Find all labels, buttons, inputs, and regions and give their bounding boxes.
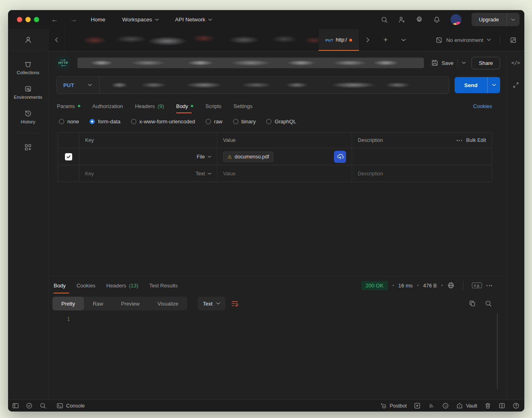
environment-quick-look-button[interactable]	[505, 29, 521, 51]
active-request-tab[interactable]: PUT http:/	[319, 29, 359, 51]
copy-icon[interactable]	[469, 300, 476, 307]
value-cell-new[interactable]: Value	[217, 165, 352, 182]
tab-scripts[interactable]: Scripts	[205, 98, 221, 114]
sidebar-item-collections[interactable]: Collections	[17, 60, 39, 75]
runner-button[interactable]	[414, 402, 421, 409]
row-checkbox-checked[interactable]	[65, 153, 72, 160]
response-tab-cookies[interactable]: Cookies	[77, 277, 96, 294]
status-badge[interactable]: 200 OK	[361, 281, 388, 290]
sidebar-item-environments[interactable]: Environments	[14, 85, 42, 100]
file-chip[interactable]: ⚠ documenso.pdf	[223, 152, 273, 162]
postbot-button[interactable]: Postbot	[380, 402, 407, 409]
close-window-button[interactable]	[17, 17, 22, 22]
network-globe-icon[interactable]	[447, 282, 455, 289]
chevron-down-icon	[487, 39, 491, 41]
upgrade-button[interactable]: Upgrade	[471, 13, 506, 26]
redacted-request-tabs[interactable]	[65, 29, 319, 51]
tab-headers[interactable]: Headers(9)	[135, 98, 164, 114]
notifications-bell-icon[interactable]	[433, 16, 440, 23]
value-cell[interactable]: ⚠ documenso.pdf	[217, 148, 352, 165]
user-avatar[interactable]	[451, 14, 461, 25]
chevron-down-icon	[511, 19, 515, 21]
vault-button[interactable]: Vault	[456, 402, 477, 409]
api-health-button[interactable]	[26, 402, 33, 409]
upgrade-dropdown-button[interactable]	[506, 13, 519, 26]
profile-icon[interactable]	[8, 29, 48, 50]
tab-authorization[interactable]: Authorization	[92, 98, 123, 114]
minimize-window-button[interactable]	[25, 17, 31, 22]
bulk-edit-button[interactable]: Bulk Edit	[466, 137, 486, 143]
nav-home[interactable]: Home	[91, 17, 105, 23]
upload-file-button[interactable]	[334, 151, 346, 163]
radio-none[interactable]: none	[59, 119, 79, 125]
save-dropdown-button[interactable]	[462, 62, 466, 64]
tab-params[interactable]: Params	[57, 98, 80, 114]
help-button[interactable]	[513, 402, 519, 409]
forward-icon[interactable]: →	[70, 16, 77, 24]
key-cell[interactable]: File	[79, 148, 217, 165]
nav-api-network[interactable]: API Network	[175, 17, 212, 23]
back-icon[interactable]: ←	[51, 16, 58, 24]
two-pane-view-button[interactable]	[499, 402, 505, 409]
send-button[interactable]: Send	[455, 77, 487, 93]
tab-body[interactable]: Body	[176, 98, 194, 114]
wrap-text-icon[interactable]	[231, 300, 239, 308]
tab-settings[interactable]: Settings	[234, 98, 252, 114]
share-button[interactable]: Share	[471, 57, 500, 69]
sidebar-item-history[interactable]: History	[21, 110, 35, 124]
response-format-selector[interactable]: Text	[198, 297, 225, 310]
radio-raw[interactable]: raw	[206, 119, 223, 125]
response-tab-test-results[interactable]: Test Results	[149, 277, 178, 294]
view-preview[interactable]: Preview	[112, 297, 148, 310]
environment-selector[interactable]: No environment	[433, 29, 493, 51]
redacted-request-name[interactable]	[77, 58, 424, 68]
scroll-tabs-left-button[interactable]	[48, 29, 65, 51]
invite-user-icon[interactable]	[398, 16, 405, 23]
redacted-url-input[interactable]	[105, 80, 443, 90]
search-response-icon[interactable]	[485, 300, 492, 307]
capture-requests-button[interactable]	[428, 402, 435, 409]
maximize-window-button[interactable]	[34, 17, 39, 22]
new-tab-button[interactable]: +	[377, 29, 394, 51]
cookies-manager-button[interactable]	[442, 402, 449, 409]
nav-workspaces[interactable]: Workspaces	[122, 17, 159, 23]
find-button[interactable]	[40, 402, 46, 409]
sidebar-configure-tools-button[interactable]	[24, 143, 32, 151]
response-time[interactable]: 16 ms	[398, 283, 413, 289]
chevron-down-icon	[462, 62, 466, 64]
status-bar: Console Postbot Vault	[8, 399, 524, 412]
radio-binary[interactable]: binary	[233, 119, 256, 125]
scrollbar[interactable]	[497, 313, 498, 389]
save-example-button[interactable]: e.g.	[472, 283, 482, 288]
radio-x-www-form-urlencoded[interactable]: x-www-form-urlencoded	[131, 119, 195, 125]
toggle-sidebar-button[interactable]	[12, 402, 19, 409]
view-visualize[interactable]: Visualize	[148, 297, 187, 310]
response-tab-body[interactable]: Body	[54, 277, 66, 294]
view-raw[interactable]: Raw	[84, 297, 112, 310]
description-cell[interactable]	[352, 148, 492, 165]
scroll-tabs-right-button[interactable]	[359, 29, 377, 51]
settings-gear-icon[interactable]	[415, 16, 423, 23]
view-pretty[interactable]: Pretty	[52, 297, 84, 310]
method-selector[interactable]: PUT	[57, 82, 99, 88]
key-type-selector[interactable]: File	[197, 154, 211, 160]
cookies-link[interactable]: Cookies	[473, 103, 492, 109]
key-cell-new[interactable]: Key Text	[79, 165, 217, 182]
response-size[interactable]: 476 B	[423, 283, 437, 289]
search-icon[interactable]	[381, 16, 388, 23]
key-type-selector[interactable]: Text	[196, 171, 211, 177]
send-dropdown-button[interactable]	[487, 77, 500, 93]
description-cell-new[interactable]: Description	[352, 165, 492, 182]
radio-graphql[interactable]: GraphQL	[266, 119, 296, 125]
response-body-editor[interactable]: 1	[48, 313, 507, 399]
radio-form-data[interactable]: form-data	[90, 119, 121, 125]
console-button[interactable]: Console	[56, 402, 85, 409]
code-snippet-button[interactable]: </>	[511, 60, 520, 66]
save-button[interactable]: Save	[431, 59, 454, 67]
trash-button[interactable]	[484, 402, 491, 409]
tab-options-button[interactable]	[394, 29, 412, 51]
response-tab-headers[interactable]: Headers(13)	[106, 277, 138, 294]
more-options-icon[interactable]	[457, 140, 462, 141]
more-options-icon[interactable]	[486, 285, 492, 286]
expand-pane-icon[interactable]	[513, 82, 519, 88]
